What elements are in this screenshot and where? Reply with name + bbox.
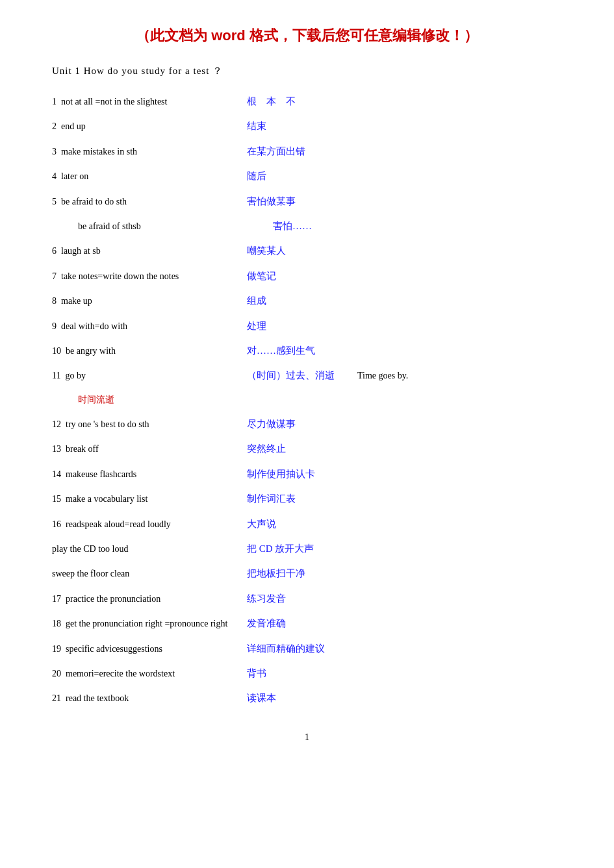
list-item: be afraid of sthsb 害怕…… bbox=[52, 218, 562, 234]
vocab-extra: Time goes by. bbox=[357, 369, 408, 383]
vocab-chinese: 读课本 bbox=[247, 690, 276, 706]
vocab-chinese: 根 本 不 bbox=[247, 93, 296, 109]
page-number: 1 bbox=[52, 732, 562, 743]
vocab-english: 20 memori=erecite the wordstext bbox=[52, 667, 247, 681]
list-item: 19 specific advicesuggestions 详细而精确的建议 bbox=[52, 641, 562, 656]
list-item: 12 try one 's best to do sth 尽力做谋事 bbox=[52, 416, 562, 432]
vocab-chinese: 随后 bbox=[247, 168, 266, 184]
page-title: （此文档为 word 格式，下载后您可任意编辑修改！） bbox=[52, 26, 562, 45]
vocab-chinese: 结束 bbox=[247, 118, 266, 134]
list-item: 5 be afraid to do sth 害怕做某事 bbox=[52, 193, 562, 209]
vocab-chinese: 大声说 bbox=[247, 516, 276, 532]
list-item: 时间流逝 bbox=[52, 393, 562, 407]
vocab-chinese: 组成 bbox=[247, 293, 266, 308]
list-item: 10 be angry with 对……感到生气 bbox=[52, 343, 562, 358]
list-item: 17 practice the pronunciation 练习发音 bbox=[52, 591, 562, 606]
vocab-english: 1 not at all =not in the slightest bbox=[52, 95, 247, 109]
vocab-chinese: 把 CD 放开大声 bbox=[247, 541, 314, 556]
vocab-chinese: 害怕做某事 bbox=[247, 193, 296, 209]
vocab-chinese: 详细而精确的建议 bbox=[247, 641, 325, 656]
vocab-english: sweep the floor clean bbox=[52, 567, 247, 581]
vocab-chinese: 发音准确 bbox=[247, 615, 286, 631]
vocab-chinese: 练习发音 bbox=[247, 591, 286, 606]
vocab-english: 5 be afraid to do sth bbox=[52, 195, 247, 209]
vocab-english: 2 end up bbox=[52, 119, 247, 134]
vocab-english: 10 be angry with bbox=[52, 344, 247, 358]
vocab-english: 21 read the textbook bbox=[52, 691, 247, 706]
list-item: 1 not at all =not in the slightest 根 本 不 bbox=[52, 93, 562, 109]
list-item: sweep the floor clean 把地板扫干净 bbox=[52, 565, 562, 581]
vocab-chinese: 害怕…… bbox=[273, 218, 312, 234]
vocab-chinese: 制作词汇表 bbox=[247, 491, 296, 506]
vocab-chinese: 制作使用抽认卡 bbox=[247, 466, 315, 482]
list-item: 14 makeuse flashcards 制作使用抽认卡 bbox=[52, 466, 562, 482]
page-header: （此文档为 word 格式，下载后您可任意编辑修改！） bbox=[52, 26, 562, 45]
list-item: 21 read the textbook 读课本 bbox=[52, 690, 562, 706]
vocab-english: play the CD too loud bbox=[52, 542, 247, 556]
vocab-english: 18 get the pronunciation right =pronounc… bbox=[52, 617, 247, 631]
unit-title: Unit 1 How do you study for a test ？ bbox=[52, 65, 562, 77]
list-item: 16 readspeak aloud=read loudly 大声说 bbox=[52, 516, 562, 532]
vocab-english: 13 break off bbox=[52, 442, 247, 456]
vocab-chinese: （时间）过去、消逝 bbox=[247, 367, 344, 383]
list-item: 4 later on 随后 bbox=[52, 168, 562, 184]
vocab-red: 时间流逝 bbox=[78, 393, 114, 407]
vocab-chinese: 对……感到生气 bbox=[247, 343, 315, 358]
list-item: 8 make up 组成 bbox=[52, 293, 562, 308]
list-item: 6 laugh at sb 嘲笑某人 bbox=[52, 243, 562, 258]
vocab-english: 9 deal with=do with bbox=[52, 319, 247, 334]
vocab-chinese: 突然终止 bbox=[247, 441, 286, 456]
vocab-english: 4 later on bbox=[52, 169, 247, 184]
list-item: 7 take notes=write down the notes 做笔记 bbox=[52, 268, 562, 284]
vocab-english: 15 make a vocabulary list bbox=[52, 492, 247, 506]
list-item: 13 break off 突然终止 bbox=[52, 441, 562, 456]
vocab-english: 12 try one 's best to do sth bbox=[52, 417, 247, 432]
vocab-english: 16 readspeak aloud=read loudly bbox=[52, 517, 247, 532]
list-item: 3 make mistakes in sth 在某方面出错 bbox=[52, 143, 562, 159]
vocab-english: be afraid of sthsb bbox=[78, 219, 273, 234]
vocab-english: 3 make mistakes in sth bbox=[52, 145, 247, 159]
vocab-english: 19 specific advicesuggestions bbox=[52, 642, 247, 656]
list-item: 18 get the pronunciation right =pronounc… bbox=[52, 615, 562, 631]
list-item: 11 go by （时间）过去、消逝 Time goes by. bbox=[52, 367, 562, 383]
vocab-chinese: 尽力做谋事 bbox=[247, 416, 296, 432]
vocab-chinese: 处理 bbox=[247, 318, 266, 334]
vocab-english: 6 laugh at sb bbox=[52, 244, 247, 258]
vocab-chinese: 把地板扫干净 bbox=[247, 565, 305, 581]
list-item: 15 make a vocabulary list 制作词汇表 bbox=[52, 491, 562, 506]
list-item: play the CD too loud 把 CD 放开大声 bbox=[52, 541, 562, 556]
vocab-list: 1 not at all =not in the slightest 根 本 不… bbox=[52, 93, 562, 706]
vocab-english: 14 makeuse flashcards bbox=[52, 467, 247, 482]
vocab-english: 11 go by bbox=[52, 369, 247, 383]
vocab-chinese: 背书 bbox=[247, 665, 266, 681]
vocab-english: 8 make up bbox=[52, 294, 247, 308]
list-item: 9 deal with=do with 处理 bbox=[52, 318, 562, 334]
vocab-english: 17 practice the pronunciation bbox=[52, 592, 247, 606]
vocab-chinese: 做笔记 bbox=[247, 268, 276, 284]
list-item: 2 end up 结束 bbox=[52, 118, 562, 134]
list-item: 20 memori=erecite the wordstext 背书 bbox=[52, 665, 562, 681]
vocab-chinese: 在某方面出错 bbox=[247, 143, 305, 159]
vocab-english: 7 take notes=write down the notes bbox=[52, 269, 247, 284]
vocab-chinese: 嘲笑某人 bbox=[247, 243, 286, 258]
